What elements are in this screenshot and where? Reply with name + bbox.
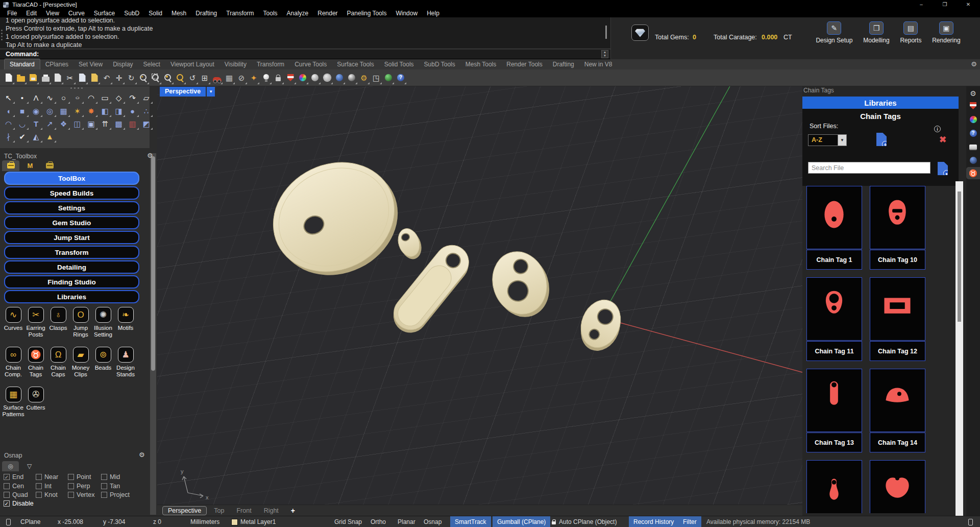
- new-file-icon[interactable]: [3, 71, 15, 85]
- menu-curve[interactable]: Curve: [64, 10, 89, 17]
- status-y-7-304[interactable]: y -7.304: [103, 516, 125, 527]
- open-file-icon[interactable]: [15, 71, 27, 85]
- strip-sphere-icon[interactable]: [966, 154, 980, 166]
- copy-icon[interactable]: [76, 71, 88, 85]
- artistic-display-icon[interactable]: [346, 71, 358, 85]
- osnap-option-point[interactable]: Point: [68, 473, 91, 481]
- strip-help-icon[interactable]: ?: [966, 127, 980, 139]
- ribbon-tab-drafting[interactable]: Drafting: [548, 59, 579, 69]
- undo-icon[interactable]: ↶: [101, 71, 113, 85]
- library-item-earring-posts[interactable]: ✂Earring Posts: [24, 307, 47, 347]
- render-window-icon[interactable]: ▦: [223, 71, 235, 85]
- library-item-illusion-setting[interactable]: ✺Illusion Setting: [92, 307, 114, 347]
- console-scrollbar[interactable]: [605, 26, 607, 39]
- menu-mesh[interactable]: Mesh: [167, 10, 191, 17]
- chain-tag-thumbnail[interactable]: [870, 277, 925, 341]
- strip-shield-icon[interactable]: [966, 100, 980, 112]
- chain-tag-card-chain-tag-1[interactable]: Chain Tag 1: [806, 186, 862, 270]
- explode-tool-icon[interactable]: ✸: [84, 105, 98, 117]
- help-icon[interactable]: ?: [395, 71, 407, 85]
- surface-corner-tool-icon[interactable]: ▱: [139, 91, 153, 104]
- menu-file[interactable]: File: [3, 10, 21, 17]
- flow-tool-icon[interactable]: ◩: [139, 117, 153, 130]
- command-line[interactable]: Command: ▲▼: [0, 50, 610, 59]
- zoom-window-icon[interactable]: [150, 71, 162, 85]
- library-item-chain-caps[interactable]: ΩChain Caps: [47, 347, 69, 387]
- status-filter[interactable]: Filter: [678, 516, 701, 527]
- chain-tag-card-chain-tag-11[interactable]: Chain Tag 11: [806, 277, 862, 361]
- menu-surface[interactable]: Surface: [89, 10, 119, 17]
- primitives-tool-icon[interactable]: ◭: [29, 130, 43, 143]
- osnap-checkbox-mid[interactable]: [101, 474, 107, 480]
- library-item-motifs[interactable]: ❧Motifs: [114, 307, 137, 347]
- free-curve-tool-icon[interactable]: ↷: [126, 91, 139, 104]
- osnap-option-quad[interactable]: Quad: [4, 491, 28, 498]
- ribbon-tab-cplanes[interactable]: CPlanes: [40, 59, 74, 69]
- render-icon[interactable]: [211, 71, 223, 85]
- chain-tag-thumbnail[interactable]: [870, 369, 925, 432]
- library-item-design-stands[interactable]: ♟Design Stands: [114, 347, 137, 387]
- library-item-curves[interactable]: ∿Curves: [2, 307, 24, 347]
- chain-tag-card-chain-tag-10[interactable]: Chain Tag 10: [870, 186, 925, 270]
- boolean-union-tool-icon[interactable]: ●: [126, 105, 139, 117]
- pan-icon[interactable]: ✛: [113, 71, 125, 85]
- add-viewport-tab[interactable]: +: [286, 506, 300, 515]
- status-record-history[interactable]: Record History: [629, 516, 678, 527]
- ribbon-gear-icon[interactable]: ⚙: [971, 60, 977, 68]
- patch-tool-icon[interactable]: ▦: [57, 105, 70, 117]
- osnap-checkbox-knot[interactable]: [36, 492, 42, 498]
- info-icon[interactable]: i: [934, 126, 941, 132]
- polygon-tool-icon[interactable]: ◇: [112, 91, 126, 104]
- search-file-input[interactable]: [808, 162, 930, 174]
- paste-icon[interactable]: [88, 71, 101, 85]
- split-tool-icon[interactable]: ◨: [112, 105, 126, 117]
- menu-tools[interactable]: Tools: [259, 10, 282, 17]
- toolbox-button-toolbox[interactable]: ToolBox: [4, 172, 139, 185]
- ribbon-tab-new-in-v8[interactable]: New in V8: [579, 59, 618, 69]
- osnap-checkbox-tan[interactable]: [101, 483, 107, 489]
- undo-view-icon[interactable]: ↺: [186, 71, 199, 85]
- viewport-tab-front[interactable]: Front: [231, 507, 256, 515]
- osnap-option-knot[interactable]: Knot: [36, 491, 58, 498]
- toolbox-button-detailing[interactable]: Detailing: [4, 260, 139, 274]
- status-osnap[interactable]: Osnap: [424, 516, 442, 527]
- search-file-button[interactable]: ●: [938, 162, 948, 175]
- add-file-button[interactable]: +: [876, 133, 887, 146]
- safe-frame-icon[interactable]: [284, 71, 297, 85]
- rectangle-tool-icon[interactable]: ▭: [98, 91, 112, 104]
- status-millimeters[interactable]: Millimeters: [190, 516, 219, 527]
- arc-tool-icon[interactable]: ◠: [84, 91, 98, 104]
- trim-tool-icon[interactable]: ◧: [98, 105, 112, 117]
- osnap-option-vertex[interactable]: Vertex: [68, 491, 94, 498]
- environment-display-icon[interactable]: [382, 71, 395, 85]
- ribbon-tab-visibility[interactable]: Visibility: [219, 59, 252, 69]
- toolbox-button-transform[interactable]: Transform: [4, 246, 139, 259]
- toolbox-tab-m[interactable]: M: [21, 160, 39, 171]
- palette-grip[interactable]: [70, 87, 83, 89]
- status-ortho[interactable]: Ortho: [371, 516, 386, 527]
- viewport-tab-top[interactable]: Top: [209, 507, 229, 515]
- menu-edit[interactable]: Edit: [21, 10, 41, 17]
- chain-tag-thumbnail[interactable]: [806, 186, 862, 249]
- left-panel-scrollbar[interactable]: [150, 153, 156, 515]
- chain-tag-card-chain-tag-13[interactable]: Chain Tag 13: [806, 369, 862, 452]
- viewport-tab-right[interactable]: Right: [259, 507, 284, 515]
- menu-analyze[interactable]: Analyze: [282, 10, 313, 17]
- osnap-gear-icon[interactable]: ⚙: [139, 451, 145, 459]
- circle-tool-icon[interactable]: ○: [57, 91, 70, 104]
- sort-dropdown-arrow-icon[interactable]: ▼: [838, 135, 846, 146]
- chain-tag-card-chain-tag-12[interactable]: Chain Tag 12: [870, 277, 925, 361]
- toolbox-tab-case[interactable]: [2, 160, 19, 171]
- menu-view[interactable]: View: [41, 10, 64, 17]
- viewport-layout-icon[interactable]: ⊞: [199, 71, 211, 85]
- star-tool-icon[interactable]: ✶: [70, 105, 84, 117]
- toolbox-button-libraries[interactable]: Libraries: [4, 290, 139, 303]
- menu-window[interactable]: Window: [391, 10, 422, 17]
- menu-solid[interactable]: Solid: [144, 10, 167, 17]
- osnap-checkbox-near[interactable]: [36, 474, 42, 480]
- minimize-button[interactable]: –: [910, 0, 933, 9]
- ribbon-tab-standard[interactable]: Standard: [4, 59, 40, 69]
- osnap-checkbox-project[interactable]: [101, 492, 107, 498]
- chain-tag-thumbnail[interactable]: [870, 460, 925, 513]
- osnap-checkbox-disable[interactable]: ✓: [4, 500, 10, 507]
